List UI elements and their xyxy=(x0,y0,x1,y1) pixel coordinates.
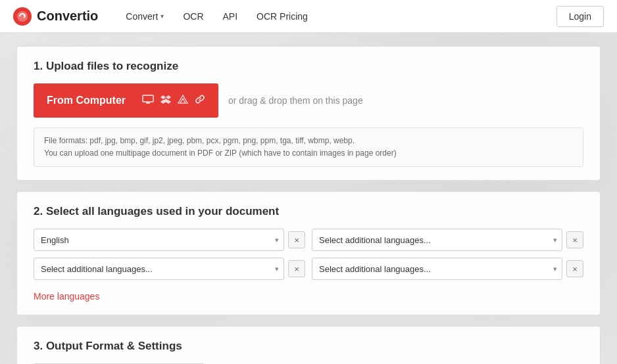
lang-clear-2-icon: × xyxy=(572,235,578,245)
drag-drop-text: or drag & drop them on this page xyxy=(228,95,363,106)
svg-marker-5 xyxy=(166,95,171,99)
upload-icons xyxy=(142,94,205,107)
file-formats-info: File formats: pdf, jpg, bmp, gif, jp2, j… xyxy=(34,127,583,167)
monitor-icon xyxy=(142,95,154,106)
output-section: 3. Output Format & Settings Microsoft Wo… xyxy=(16,326,601,364)
lang-row-2-1: Select additional languages... English F… xyxy=(34,258,305,280)
language-section: 2. Select all languages used in your doc… xyxy=(16,191,601,315)
nav-api[interactable]: API xyxy=(215,6,246,27)
lang-select-1[interactable]: English French German Spanish xyxy=(34,229,284,251)
lang-clear-3-icon: × xyxy=(294,264,299,274)
link-icon xyxy=(195,94,205,107)
lang-select-wrapper-1: English French German Spanish ▾ xyxy=(34,229,284,251)
logo-icon xyxy=(13,7,32,26)
main-content: 1. Upload files to recognize From Comput… xyxy=(0,33,617,364)
svg-marker-4 xyxy=(160,95,166,99)
lang-clear-1-button[interactable]: × xyxy=(288,231,305,248)
nav-ocr-pricing[interactable]: OCR Pricing xyxy=(249,6,316,27)
upload-row: From Computer xyxy=(34,83,583,118)
svg-marker-9 xyxy=(178,95,187,103)
from-computer-button[interactable]: From Computer xyxy=(34,83,218,118)
lang-clear-4-button[interactable]: × xyxy=(566,260,583,277)
more-languages-link[interactable]: More languages xyxy=(34,291,99,302)
lang-row-1-1: English French German Spanish ▾ × xyxy=(34,229,305,251)
output-title: 3. Output Format & Settings xyxy=(34,340,583,353)
logo[interactable]: Convertio xyxy=(13,7,98,26)
lang-select-3[interactable]: Select additional languages... English F… xyxy=(34,258,284,280)
lang-clear-1-icon: × xyxy=(294,235,299,245)
login-button[interactable]: Login xyxy=(556,6,604,27)
lang-select-2[interactable]: Select additional languages... English F… xyxy=(312,229,562,251)
nav: Convert ▾ OCR API OCR Pricing xyxy=(118,6,556,27)
svg-point-0 xyxy=(17,11,28,22)
language-title: 2. Select all languages used in your doc… xyxy=(34,205,583,218)
lang-select-4[interactable]: Select additional languages... English F… xyxy=(312,258,562,280)
lang-clear-2-button[interactable]: × xyxy=(566,231,583,248)
lang-clear-3-button[interactable]: × xyxy=(288,260,305,277)
language-grid: English French German Spanish ▾ × Select… xyxy=(34,229,583,280)
svg-rect-1 xyxy=(143,95,153,102)
lang-row-1-2: Select additional languages... English F… xyxy=(312,229,583,251)
lang-select-wrapper-2: Select additional languages... English F… xyxy=(312,229,562,251)
lang-select-wrapper-4: Select additional languages... English F… xyxy=(312,258,562,280)
logo-text: Convertio xyxy=(37,9,98,24)
lang-row-2-2: Select additional languages... English F… xyxy=(312,258,583,280)
nav-ocr[interactable]: OCR xyxy=(175,6,211,27)
lang-select-wrapper-3: Select additional languages... English F… xyxy=(34,258,284,280)
header: Convertio Convert ▾ OCR API OCR Pricing … xyxy=(0,0,617,33)
convert-arrow-icon: ▾ xyxy=(160,12,164,20)
lang-clear-4-icon: × xyxy=(572,264,578,274)
gdrive-icon xyxy=(178,94,188,107)
upload-title: 1. Upload files to recognize xyxy=(34,60,583,73)
upload-section: 1. Upload files to recognize From Comput… xyxy=(16,46,601,181)
nav-convert[interactable]: Convert ▾ xyxy=(118,6,172,27)
dropbox-icon xyxy=(160,94,171,107)
